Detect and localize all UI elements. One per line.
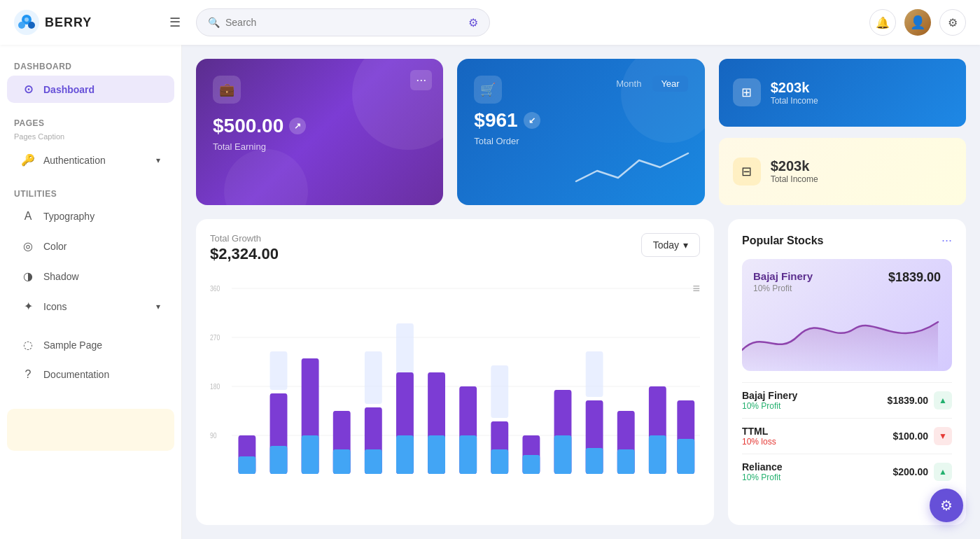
color-icon: ◎ <box>21 239 35 253</box>
growth-card: Total Growth $2,324.00 Today ▾ ≡ <box>196 219 714 525</box>
settings-button[interactable]: ⚙ <box>939 9 966 36</box>
stock-1-name: TTML <box>742 426 892 437</box>
featured-stock-card: Bajaj Finery 10% Profit $1839.00 <box>742 259 952 371</box>
order-card: 🛒 Month Year $961 ↙ Total Order <box>457 59 704 205</box>
sidebar-item-icons-label: Icons <box>43 301 66 312</box>
sidebar-footer <box>7 409 174 451</box>
sidebar-item-sample-page[interactable]: ◌ Sample Page <box>7 331 174 358</box>
search-bar: 🔍 ⚙ <box>196 8 490 36</box>
svg-rect-34 <box>491 365 508 418</box>
chart-menu-icon[interactable]: ≡ <box>692 281 700 296</box>
sidebar-item-authentication-label: Authentication <box>43 155 106 166</box>
main-content: 💼 ··· $500.00 ↗ Total Earning 🛒 Month Ye… <box>182 45 980 539</box>
featured-stock-price: $1839.00 <box>888 270 941 285</box>
sidebar-item-shadow-label: Shadow <box>43 271 79 282</box>
svg-rect-19 <box>302 435 319 474</box>
stock-2-sub: 10% Profit <box>742 472 892 482</box>
svg-rect-16 <box>270 446 288 474</box>
auth-icon: 🔑 <box>21 153 35 167</box>
stock-0-name: Bajaj Finery <box>742 390 888 401</box>
utilities-section-title: Utilities <box>0 183 181 202</box>
stock-2-name: Reliance <box>742 461 892 472</box>
notification-button[interactable]: 🔔 <box>869 9 896 36</box>
fab-button[interactable]: ⚙ <box>930 489 963 522</box>
income2-icon: ⊟ <box>733 158 761 186</box>
pages-section-title: Pages <box>0 113 181 131</box>
svg-rect-41 <box>586 351 603 397</box>
earning-card-icon: 💼 <box>213 76 241 104</box>
svg-rect-14 <box>238 456 255 474</box>
today-chevron-icon: ▾ <box>683 239 688 251</box>
avatar[interactable]: 👤 <box>904 9 931 36</box>
docs-icon: ? <box>21 368 35 381</box>
order-info: $961 ↙ Total Order <box>474 109 687 146</box>
earning-trend-icon: ↗ <box>289 118 306 134</box>
svg-rect-36 <box>522 455 540 474</box>
cards-row: 💼 ··· $500.00 ↗ Total Earning 🛒 Month Ye… <box>196 59 966 205</box>
sidebar-item-shadow[interactable]: ◑ Shadow <box>7 262 174 290</box>
earning-more-button[interactable]: ··· <box>410 70 432 90</box>
pages-caption: Pages Caption <box>0 131 181 145</box>
svg-point-3 <box>28 22 35 29</box>
sidebar-item-color-label: Color <box>43 241 66 252</box>
year-toggle-button[interactable]: Year <box>652 76 687 92</box>
month-toggle-button[interactable]: Month <box>608 76 650 92</box>
sidebar-item-icons[interactable]: ✦ Icons ▾ <box>7 293 174 320</box>
sidebar-item-sample-page-label: Sample Page <box>43 340 102 351</box>
order-chart-area <box>474 146 687 188</box>
svg-rect-24 <box>365 351 382 404</box>
income-col: ⊞ $203k Total Income ⊟ $203k Total Incom… <box>719 59 966 205</box>
sidebar-item-authentication[interactable]: 🔑 Authentication ▾ <box>7 146 174 174</box>
growth-header: Total Growth $2,324.00 Today ▾ <box>210 233 700 263</box>
svg-text:360: 360 <box>210 284 220 293</box>
icons-chevron-icon: ▾ <box>156 302 160 312</box>
search-icon: 🔍 <box>208 17 220 28</box>
svg-rect-27 <box>396 435 414 474</box>
earning-amount: $500.00 ↗ <box>213 115 426 137</box>
income-card-1: ⊞ $203k Total Income <box>719 59 966 127</box>
stock-0-sub: 10% Profit <box>742 401 888 411</box>
svg-rect-45 <box>649 435 666 474</box>
stock-2-badge: ▲ <box>934 463 952 481</box>
income1-label: Total Income <box>771 96 818 106</box>
earning-card: 💼 ··· $500.00 ↗ Total Earning <box>196 59 443 205</box>
stock-2-info: Reliance 10% Profit <box>742 461 892 482</box>
stock-list: Bajaj Finery 10% Profit $1839.00 ▲ TTML … <box>742 382 952 489</box>
svg-rect-43 <box>617 449 635 474</box>
filter-icon[interactable]: ⚙ <box>468 16 478 29</box>
svg-point-2 <box>18 22 25 29</box>
menu-button[interactable]: ☰ <box>165 10 185 34</box>
sample-page-icon: ◌ <box>21 338 35 351</box>
svg-point-4 <box>24 18 29 22</box>
search-input[interactable] <box>225 17 463 28</box>
order-trend-icon: ↙ <box>524 112 540 129</box>
income2-info: $203k Total Income <box>771 158 818 184</box>
sidebar-item-typography[interactable]: A Typography <box>7 203 174 230</box>
sidebar-item-documentation[interactable]: ? Documentation <box>7 361 174 388</box>
header-actions: 🔔 👤 ⚙ <box>869 9 966 36</box>
sidebar-item-dashboard[interactable]: ⊙ Dashboard <box>7 76 174 103</box>
today-button[interactable]: Today ▾ <box>641 233 700 257</box>
sidebar-item-typography-label: Typography <box>43 211 94 222</box>
stock-0-badge: ▲ <box>934 391 952 410</box>
stocks-title: Popular Stocks <box>742 234 823 247</box>
sidebar-item-documentation-label: Documentation <box>43 369 109 380</box>
stock-1-badge: ▼ <box>934 427 952 445</box>
order-label: Total Order <box>474 136 687 146</box>
typography-icon: A <box>21 210 35 223</box>
income1-info: $203k Total Income <box>771 80 818 106</box>
income1-amount: $203k <box>771 80 818 96</box>
logo-text: BERRY <box>45 15 92 30</box>
stocks-more-button[interactable]: ··· <box>941 233 952 248</box>
order-top: 🛒 Month Year <box>474 76 687 104</box>
dashboard-section-title: Dashboard <box>0 56 181 74</box>
stocks-header: Popular Stocks ··· <box>742 233 952 248</box>
chart-area: ≡ 360 270 180 90 <box>210 274 700 511</box>
sidebar-item-color[interactable]: ◎ Color <box>7 232 174 260</box>
svg-rect-23 <box>365 449 382 474</box>
auth-chevron-icon: ▾ <box>156 155 160 165</box>
order-card-icon: 🛒 <box>474 76 502 104</box>
order-toggle: Month Year <box>608 76 687 92</box>
income2-amount: $203k <box>771 158 818 174</box>
order-amount: $961 ↙ <box>474 109 687 132</box>
